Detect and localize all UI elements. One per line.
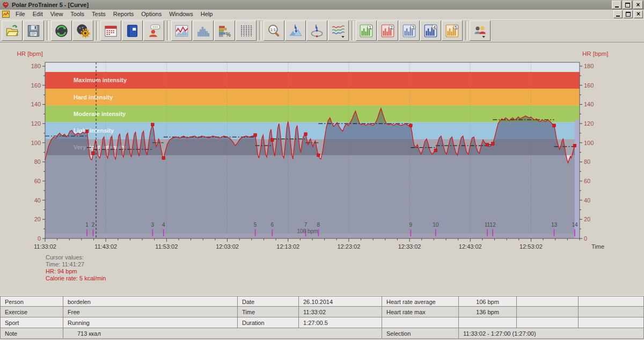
compare-persons-button[interactable] — [470, 20, 491, 41]
empty-cell — [579, 307, 644, 317]
close-button[interactable]: × — [633, 1, 643, 9]
select-curves-button[interactable] — [328, 20, 349, 41]
curve-info-button[interactable]: i — [285, 20, 306, 41]
mdi-minimize-button[interactable] — [613, 10, 623, 18]
y-tick-label: 140 — [31, 101, 41, 107]
transfer-data-button[interactable] — [51, 20, 72, 41]
toolbar-separator — [167, 21, 169, 40]
cursor-time-value: Time: 11:41:27 — [46, 261, 106, 268]
diary-icon — [125, 24, 140, 38]
y-tick-label: 0 — [38, 235, 41, 242]
y-tick-label: 180 — [584, 63, 594, 69]
zone-label: Light intensity — [74, 127, 114, 134]
empty-cell — [517, 296, 579, 307]
menu-tools[interactable]: Tools — [67, 10, 88, 18]
menu-file[interactable]: File — [12, 10, 29, 18]
lap-marker — [409, 124, 413, 127]
window-title: Polar ProTrainer 5 - [Curve] — [12, 2, 89, 8]
menu-options[interactable]: Options — [137, 10, 165, 18]
zones-view-button[interactable]: % — [214, 20, 235, 41]
mdi-close-button[interactable]: × — [634, 10, 643, 18]
lap-marker — [271, 139, 274, 142]
cursor-values: Cursor values: Time: 11:41:27 HR: 94 bpm… — [46, 254, 106, 282]
preset-5-icon: 5 — [445, 24, 459, 38]
y-tick-label: 60 — [584, 178, 590, 184]
y-tick-label: 60 — [34, 178, 41, 184]
sport-label: Sport — [0, 317, 63, 328]
cursor-calorie-rate-value: Calorie rate: 5 kcal/min — [46, 275, 106, 282]
preset-4-icon: 4 — [423, 24, 438, 38]
lap-marker — [254, 134, 257, 137]
y-tick-label: 140 — [584, 101, 594, 107]
date-value: 26.10.2014 — [299, 296, 382, 307]
preset-4-button[interactable]: 4 — [420, 20, 441, 41]
duration-label: Duration — [238, 317, 299, 328]
empty-cell — [382, 317, 459, 328]
y-axis-title-left: HR [bpm] — [17, 50, 43, 57]
menu-edit[interactable]: Edit — [29, 10, 47, 18]
y-tick-label: 180 — [31, 63, 41, 69]
calendar-button[interactable] — [100, 20, 121, 41]
zoom-1-1-button[interactable]: 1:1 — [264, 20, 284, 41]
lap-number: 13 — [551, 222, 558, 228]
hr-max-value: 136 bpm — [459, 307, 517, 317]
minimize-button[interactable] — [612, 1, 621, 9]
feedback-button[interactable] — [143, 20, 164, 41]
empty-cell — [579, 317, 644, 328]
transfer-settings-button[interactable] — [72, 20, 93, 41]
preset-3-button[interactable]: 3 — [399, 20, 420, 41]
preset-5-button[interactable]: 5 — [442, 20, 463, 41]
lap-marker — [573, 144, 576, 147]
select-curves-icon — [331, 24, 346, 38]
grid-view-button[interactable] — [236, 20, 257, 41]
x-tick-label: 12:23:02 — [337, 243, 360, 250]
lap-info-icon: i — [310, 24, 324, 38]
lap-marker — [553, 124, 556, 127]
lap-number: 3 — [151, 222, 155, 228]
distribution-view-button[interactable] — [193, 20, 214, 41]
save-button[interactable] — [23, 20, 44, 41]
lap-marker — [491, 142, 494, 146]
diary-button[interactable] — [122, 20, 143, 41]
menu-tests[interactable]: Tests — [88, 10, 109, 18]
x-tick-label: 11:43:02 — [94, 243, 117, 250]
open-file-button[interactable] — [2, 20, 23, 41]
mdi-restore-button[interactable] — [624, 10, 633, 18]
curve-view-button[interactable] — [171, 20, 192, 41]
menu-help[interactable]: Help — [197, 10, 217, 18]
title-bar: Polar ProTrainer 5 - [Curve] × — [0, 0, 644, 10]
menu-windows[interactable]: Windows — [165, 10, 197, 18]
date-label: Date — [238, 296, 299, 307]
preset-3-icon: 3 — [402, 24, 416, 38]
empty-cell — [459, 317, 517, 328]
curve-document-icon[interactable] — [2, 11, 10, 18]
selection-value: 11:33:02 - 1:27:00 (1:27:00) — [459, 328, 644, 339]
preset-2-button[interactable]: 2 — [377, 20, 398, 41]
lap-number: 1 — [85, 222, 89, 228]
y-tick-label: 100 — [31, 140, 41, 146]
grid-view-icon — [239, 24, 253, 38]
menu-bar: FileEditViewToolsTestsReportsOptionsWind… — [0, 10, 644, 19]
lap-number: 10 — [433, 222, 439, 228]
restore-button[interactable] — [623, 1, 632, 9]
y-tick-label: 100 — [584, 140, 594, 146]
preset-1-button[interactable]: 1 — [356, 20, 377, 41]
lap-marker — [486, 143, 489, 147]
x-tick-label: 12:03:02 — [216, 243, 239, 250]
zone-label: Maximum intensity — [74, 77, 127, 83]
menu-view[interactable]: View — [47, 10, 67, 18]
lap-info-button[interactable]: i — [306, 20, 327, 41]
zone-label: Moderate intensity — [74, 111, 126, 117]
lap-number: 8 — [317, 222, 320, 228]
toolbar-separator — [47, 21, 49, 40]
lap-marker — [434, 149, 437, 152]
heart-logo-icon — [2, 1, 10, 9]
lap-marker — [317, 154, 320, 157]
lap-number: 7 — [304, 222, 308, 228]
transfer-settings-icon — [76, 24, 90, 38]
curve-client-area: Very light intensityLight intensityModer… — [0, 42, 644, 295]
x-tick-label: 11:53:02 — [155, 243, 178, 250]
selection-end-strip — [575, 120, 580, 238]
x-axis-title: Time — [591, 243, 604, 250]
menu-reports[interactable]: Reports — [109, 10, 138, 18]
